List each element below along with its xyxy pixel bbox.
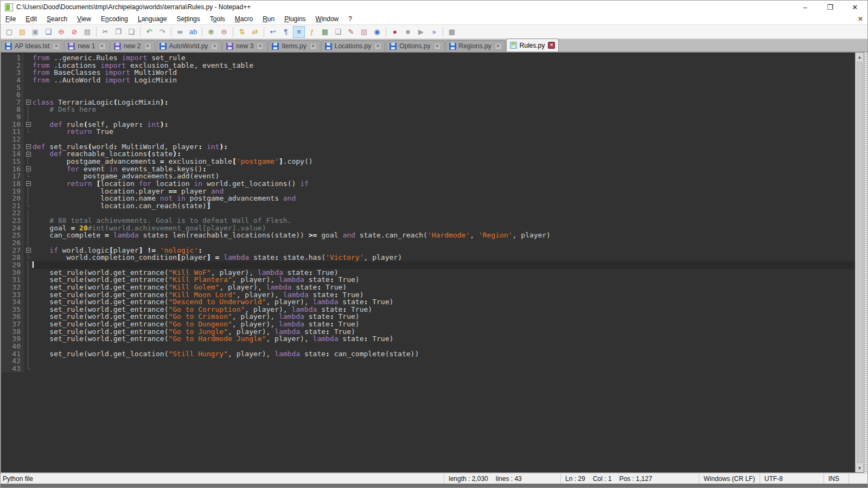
tab-close-icon[interactable]: ✕ <box>99 43 106 50</box>
code-line[interactable]: 17 postgame_advancements.add(event) <box>1 172 855 180</box>
undo-icon[interactable]: ↶ <box>143 26 155 38</box>
menu-item-settings[interactable]: Settings <box>171 14 205 24</box>
tab-new-3[interactable]: new 3✕ <box>222 40 267 52</box>
status-insert-mode[interactable]: INS <box>824 473 849 484</box>
code-line[interactable]: 4from ..AutoWorld import LogicMixin <box>1 76 855 84</box>
fold-toggle-icon[interactable] <box>24 99 33 106</box>
code-line[interactable]: 10 def rule(self, player: int): <box>1 121 855 129</box>
fold-toggle-icon[interactable] <box>24 143 33 151</box>
code-line[interactable]: 2from .Locations import exclusion_table,… <box>1 62 855 69</box>
code-line[interactable]: 6 <box>1 91 855 99</box>
close-document-icon[interactable]: ✕ <box>858 15 863 23</box>
tab-ap-ideas-txt[interactable]: AP Ideas.txt✕ <box>1 40 63 52</box>
sync-vertical-icon[interactable]: ⇅ <box>236 26 248 38</box>
code-line[interactable]: 31 set_rule(world.get_entrance("Kill Pla… <box>1 276 855 284</box>
code-line[interactable]: 19 location.player == player and <box>1 188 855 195</box>
redo-icon[interactable]: ↷ <box>156 26 168 38</box>
macro-save-icon[interactable]: ▩ <box>446 26 458 38</box>
macro-record-icon[interactable]: ● <box>389 26 401 38</box>
code-line[interactable]: 20 location.name not in postgame_advance… <box>1 195 855 202</box>
tab-close-icon[interactable]: ✕ <box>434 43 441 50</box>
code-line[interactable]: 34 set_rule(world.get_entrance("Descend … <box>1 298 855 306</box>
menu-item-[interactable]: ? <box>343 14 357 24</box>
save-all-icon[interactable]: ❏ <box>42 26 54 38</box>
code-line[interactable]: 13def set_rules(world: MultiWorld, playe… <box>1 143 855 151</box>
code-line[interactable]: 27 if world.logic[player] != 'nologic': <box>1 247 855 254</box>
window-resize-edge[interactable] <box>864 52 867 473</box>
indent-guide-icon[interactable]: ≡ <box>293 26 305 38</box>
menu-item-window[interactable]: Window <box>311 14 344 24</box>
code-line[interactable]: 15 postgame_advancements = exclusion_tab… <box>1 158 855 165</box>
tab-close-icon[interactable]: ✕ <box>310 43 317 50</box>
document-map-icon[interactable]: ▦ <box>319 26 331 38</box>
tab-options-py[interactable]: Options.py✕ <box>386 40 444 52</box>
tab-items-py[interactable]: Items.py✕ <box>268 40 320 52</box>
word-wrap-icon[interactable]: ↩ <box>267 26 279 38</box>
user-defined-lang-icon[interactable]: ✎ <box>345 26 357 38</box>
menu-item-file[interactable]: File <box>1 14 21 24</box>
code-line[interactable]: 26 <box>1 239 855 247</box>
code-line[interactable]: 28 world.completion_condition[player] = … <box>1 254 855 261</box>
copy-icon[interactable]: ❐ <box>112 26 124 38</box>
code-line[interactable]: 3from BaseClasses import MultiWorld <box>1 69 855 76</box>
tab-regions-py[interactable]: Regions.py✕ <box>445 40 506 52</box>
vertical-scrollbar[interactable]: ▲ ▼ <box>855 52 864 473</box>
menu-item-macro[interactable]: Macro <box>230 14 258 24</box>
menu-item-language[interactable]: Language <box>133 14 171 24</box>
code-line[interactable]: 41 set_rule(world.get_location("Still Hu… <box>1 350 855 358</box>
close-file-icon[interactable]: ⊖ <box>55 26 67 38</box>
tab-new-2[interactable]: new 2✕ <box>110 40 155 52</box>
code-line[interactable]: 39 set_rule(world.get_entrance("Go to Ha… <box>1 335 855 343</box>
fold-toggle-icon[interactable] <box>24 165 33 173</box>
sync-horizontal-icon[interactable]: ⇄ <box>249 26 261 38</box>
menu-item-plugins[interactable]: Plugins <box>279 14 310 24</box>
cut-icon[interactable]: ✂ <box>99 26 111 38</box>
status-eol[interactable]: Windows (CR LF) <box>699 473 760 484</box>
replace-icon[interactable]: ab <box>187 26 199 38</box>
document-list-icon[interactable]: ❏ <box>332 26 344 38</box>
tab-close-icon[interactable]: ✕ <box>53 43 60 50</box>
tab-autoworld-py[interactable]: AutoWorld.py✕ <box>156 40 222 52</box>
close-all-icon[interactable]: ⊘ <box>68 26 80 38</box>
code-line[interactable]: 23 # 88 total achievements. Goal is to d… <box>1 217 855 224</box>
code-line[interactable]: 11 return True <box>1 128 855 136</box>
tab-locations-py[interactable]: Locations.py✕ <box>321 40 385 52</box>
menu-item-view[interactable]: View <box>72 14 96 24</box>
code-line[interactable]: 33 set_rule(world.get_entrance("Kill Moo… <box>1 291 855 299</box>
code-line[interactable]: 30 set_rule(world.get_entrance("Kill WoF… <box>1 269 855 277</box>
scrollbar-thumb[interactable] <box>857 62 863 463</box>
tab-new-1[interactable]: new 1✕ <box>64 40 109 52</box>
code-line[interactable]: 40 <box>1 343 855 350</box>
fold-toggle-icon[interactable] <box>24 121 33 129</box>
print-icon[interactable]: ▤ <box>81 26 93 38</box>
tab-close-icon[interactable]: ✕ <box>257 43 264 50</box>
code-line[interactable]: 21 location.can_reach(state)] <box>1 202 855 210</box>
fold-toggle-icon[interactable] <box>24 247 33 254</box>
restore-button[interactable]: ❐ <box>818 1 843 14</box>
tab-close-icon[interactable]: ✕ <box>211 43 218 50</box>
menu-item-search[interactable]: Search <box>42 14 72 24</box>
folder-as-workspace-icon[interactable]: ▧ <box>358 26 370 38</box>
code-line[interactable]: 42 <box>1 357 855 365</box>
macro-run-multiple-icon[interactable]: » <box>428 26 440 38</box>
zoom-out-icon[interactable]: ⊖ <box>218 26 230 38</box>
function-list-icon[interactable]: ƒ <box>306 26 318 38</box>
menu-item-tools[interactable]: Tools <box>205 14 230 24</box>
menu-item-encoding[interactable]: Encoding <box>96 14 133 24</box>
zoom-in-icon[interactable]: ⊕ <box>205 26 217 38</box>
fold-toggle-icon[interactable] <box>24 150 33 158</box>
code-line[interactable]: 25 can_complete = lambda state: len(reac… <box>1 232 855 239</box>
code-editor[interactable]: 1from ..generic.Rules import set_rule2fr… <box>1 52 855 473</box>
paste-icon[interactable]: ❑ <box>125 26 137 38</box>
tab-close-icon[interactable]: ✕ <box>374 43 381 50</box>
code-line[interactable]: 38 set_rule(world.get_entrance("Go to Ju… <box>1 328 855 336</box>
code-line[interactable]: 37 set_rule(world.get_entrance("Go to Du… <box>1 320 855 328</box>
macro-play-icon[interactable]: ▶ <box>415 26 427 38</box>
monitoring-icon[interactable]: ◉ <box>371 26 383 38</box>
code-line[interactable]: 18 return [location for location in worl… <box>1 180 855 188</box>
code-line[interactable]: 36 set_rule(world.get_entrance("Go to Cr… <box>1 313 855 320</box>
code-line[interactable]: 35 set_rule(world.get_entrance("Go to Co… <box>1 306 855 313</box>
close-button[interactable]: ✕ <box>843 1 867 14</box>
code-line[interactable]: 43 <box>1 365 855 373</box>
new-file-icon[interactable]: ▢ <box>3 26 15 38</box>
